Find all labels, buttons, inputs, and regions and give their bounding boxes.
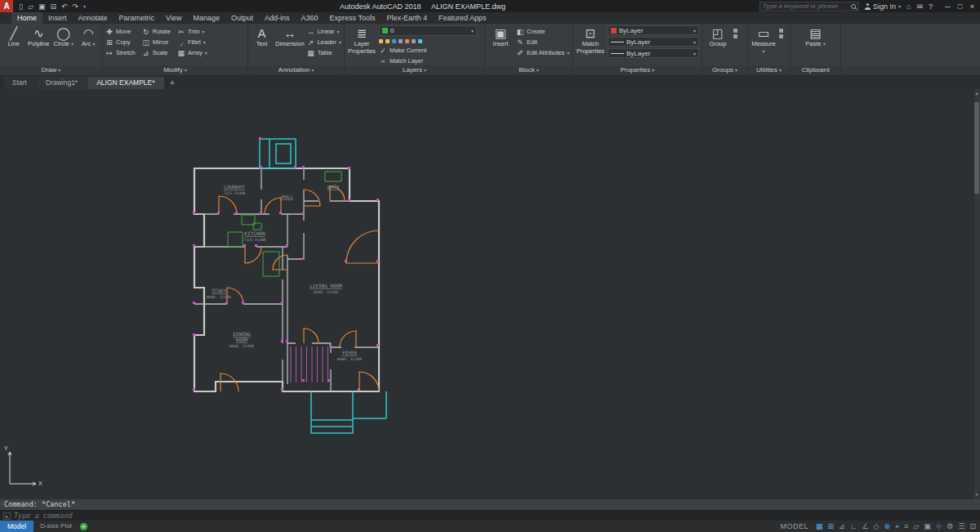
new-file-icon[interactable]: ▯ — [19, 2, 23, 11]
room-label-bath[interactable]: BATH — [327, 184, 340, 190]
layer-off-icon[interactable] — [379, 39, 383, 43]
model-space-indicator[interactable]: MODEL — [780, 522, 808, 530]
transparency-icon[interactable]: ▱ — [913, 522, 919, 530]
new-drawing-tab-button[interactable]: + — [167, 78, 178, 88]
groups-panel-label[interactable]: Groups▾ — [702, 65, 747, 75]
scroll-down-icon[interactable]: ▼ — [973, 491, 980, 498]
tab-home[interactable]: Home — [11, 12, 42, 24]
file-tab-align-example[interactable]: ALIGN EXAMPLE* — [87, 77, 163, 89]
stairs[interactable] — [291, 346, 328, 382]
layers-panel-label[interactable]: Layers▾ — [345, 65, 484, 75]
leader-tool[interactable]: ↗Leader▾ — [307, 38, 341, 47]
room-label-foyer[interactable]: FOYER — [342, 350, 357, 355]
close-button[interactable]: × — [966, 2, 978, 11]
layer-unlock-icon[interactable] — [418, 39, 422, 43]
isodraft-icon[interactable]: ◇ — [874, 522, 880, 530]
room-sub-foyer[interactable]: HDWD. FLOOR — [337, 357, 362, 361]
clean-screen-icon[interactable]: ⊡ — [969, 522, 976, 530]
model-tab[interactable]: Model — [0, 521, 33, 532]
polar-tracking-icon[interactable]: ∠ — [862, 522, 868, 530]
text-tool[interactable]: A Text — [251, 25, 273, 65]
lineweight-dropdown[interactable]: ByLayer▾ — [608, 48, 699, 58]
tab-parametric[interactable]: Parametric — [114, 12, 161, 24]
command-input[interactable] — [14, 512, 980, 520]
dimension-tool[interactable]: ↔ Dimension — [275, 25, 304, 65]
file-tab-drawing1[interactable]: Drawing1* — [37, 77, 87, 89]
lineweight-icon[interactable]: ≡ — [904, 522, 908, 530]
help-search[interactable] — [760, 2, 859, 11]
save-icon[interactable]: ▣ — [38, 2, 46, 11]
polyline-tool[interactable]: ∿ Polyline — [28, 25, 51, 65]
scroll-up-icon[interactable]: ▲ — [973, 90, 980, 97]
search-input[interactable] — [763, 2, 849, 10]
layer-properties-tool[interactable]: ≣ Layer Properties — [347, 25, 376, 65]
layout-tab[interactable]: D-size Plot — [33, 521, 78, 532]
mirror-tool[interactable]: ◫Mirror — [142, 38, 171, 47]
rotate-tool[interactable]: ↻Rotate — [142, 27, 171, 36]
object-snap-tracking-icon[interactable]: ⊕ — [884, 522, 890, 530]
tab-addins[interactable]: Add-ins — [259, 12, 296, 24]
linear-tool[interactable]: ↔Linear▾ — [307, 27, 341, 36]
layer-thaw-icon[interactable] — [412, 39, 416, 43]
line-tool[interactable]: ╱ Line — [2, 25, 25, 65]
tab-insert[interactable]: Insert — [42, 12, 73, 24]
room-label-study[interactable]: STUDY — [212, 288, 226, 293]
tab-annotate[interactable]: Annotate — [73, 12, 114, 24]
room-sub-laundry[interactable]: TILE FLOOR — [223, 191, 245, 195]
annotation-panel-label[interactable]: Annotation▾ — [248, 65, 344, 75]
match-layer-tool[interactable]: ≈Match Layer — [379, 56, 477, 65]
array-tool[interactable]: ▦Array▾ — [177, 48, 207, 57]
tab-a360[interactable]: A360 — [296, 12, 324, 24]
tab-plex-earth[interactable]: Plex-Earth 4 — [381, 12, 433, 24]
selection-cycling-icon[interactable]: ▣ — [924, 522, 931, 530]
snap-icon[interactable]: ⊞ — [828, 522, 835, 530]
room-sub-living-room[interactable]: HDWD. FLOOR — [314, 290, 338, 294]
autocad-logo[interactable]: A — [0, 0, 13, 12]
object-snap-icon[interactable]: ⌖ — [895, 522, 899, 531]
grid-icon[interactable]: ▦ — [816, 522, 823, 530]
open-file-icon[interactable]: ▱ — [28, 2, 33, 11]
room-label-laundry[interactable]: LAUNDRY — [224, 184, 245, 190]
room-label-hall[interactable]: HALL — [282, 194, 294, 199]
command-prompt-icon[interactable]: ▸ — [3, 512, 11, 520]
tab-express-tools[interactable]: Express Tools — [324, 12, 381, 24]
plot-icon[interactable]: ⊟ — [50, 2, 56, 11]
scale-tool[interactable]: ⊿Scale — [142, 48, 171, 57]
tab-view[interactable]: View — [160, 12, 187, 24]
match-properties-tool[interactable]: ⊡ Match Properties — [576, 25, 605, 65]
ungroup-icon[interactable] — [733, 29, 737, 33]
object-color-dropdown[interactable]: ByLayer▾ — [608, 25, 699, 35]
clipboard-panel-label[interactable]: Clipboard — [791, 65, 840, 75]
quick-calc-icon[interactable] — [779, 29, 783, 33]
infer-constraints-icon[interactable]: ⊿ — [839, 522, 845, 530]
modify-panel-label[interactable]: Modify▾ — [103, 65, 247, 75]
move-tool[interactable]: ✚Move — [105, 27, 136, 36]
search-icon[interactable] — [851, 4, 856, 9]
block-panel-label[interactable]: Block▾ — [485, 65, 572, 75]
restore-button[interactable]: □ — [954, 2, 966, 11]
group-edit-icon[interactable] — [733, 34, 737, 38]
app-store-icon[interactable]: ⌂ — [906, 2, 911, 11]
linetype-dropdown[interactable]: ByLayer▾ — [608, 37, 699, 47]
layer-on-icon[interactable] — [405, 39, 409, 43]
room-sub-dining[interactable]: HDWD. FLOOR — [229, 344, 254, 348]
workspace-icon[interactable]: ⚙ — [947, 522, 953, 530]
floor-plan[interactable]: LAUNDRY TILE FLOOR HALL BATH KITCHEN TIL… — [193, 137, 386, 433]
stretch-tool[interactable]: ↦Stretch — [105, 48, 136, 57]
minimize-button[interactable]: ─ — [942, 2, 954, 11]
trim-tool[interactable]: ✂Trim▾ — [177, 27, 207, 36]
room-sub-kitchen[interactable]: TILE FLOOR — [243, 238, 265, 242]
edit-block-tool[interactable]: ✎Edit — [516, 38, 569, 47]
drawing-canvas[interactable]: LAUNDRY TILE FLOOR HALL BATH KITCHEN TIL… — [0, 89, 980, 499]
fillet-tool[interactable]: ◞Fillet▾ — [177, 38, 207, 47]
insert-tool[interactable]: ▣ Insert — [488, 25, 514, 65]
vertical-scrollbar[interactable]: ▲ ▼ — [973, 89, 980, 499]
command-history[interactable]: Command: *Cancel* — [0, 499, 980, 510]
dynamic-input-icon[interactable]: ⊹ — [936, 522, 942, 530]
layer-freeze-icon[interactable] — [392, 39, 396, 43]
sign-in-button[interactable]: Sign In ▾ — [865, 2, 901, 11]
room-sub-study[interactable]: HDWD. FLOOR — [207, 295, 231, 299]
tab-featured-apps[interactable]: Featured Apps — [433, 12, 492, 24]
tab-output[interactable]: Output — [225, 12, 259, 24]
tab-manage[interactable]: Manage — [187, 12, 225, 24]
